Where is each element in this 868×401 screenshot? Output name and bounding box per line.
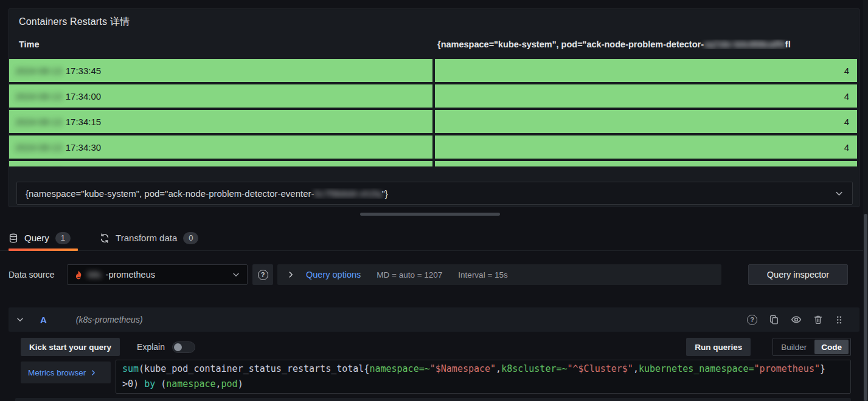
duplicate-query-button[interactable] [769, 315, 779, 325]
panel-title: Containers Restarts 详情 [19, 16, 130, 29]
restarts-value-cell: 4 [435, 110, 857, 133]
time-cell: 2024-08-1317:34:30 [9, 135, 432, 159]
code-line: sum(kube_pod_container_status_restarts_t… [122, 362, 844, 377]
question-circle-icon: ? [747, 315, 757, 325]
date-redacted: 2024-08-13 [15, 117, 62, 127]
datasource-label: Data source [9, 270, 54, 279]
prometheus-icon [74, 270, 83, 279]
drag-grip-icon[interactable] [835, 315, 844, 324]
run-queries-button[interactable]: Run queries [686, 338, 751, 356]
date-redacted: 2024-08-13 [15, 91, 62, 101]
series-header-prefix: {namespace="kube-system", pod="ack-node-… [437, 39, 704, 49]
options-section-edge [15, 398, 851, 401]
column-header-series[interactable]: {namespace="kube-system", pod="ack-node-… [437, 39, 859, 49]
builder-code-toggle: Builder Code [773, 338, 851, 356]
tab-transform-data[interactable]: Transform data 0 [100, 225, 206, 251]
interval-value: Interval = 15s [458, 270, 507, 279]
kick-start-query-button[interactable]: Kick start your query [21, 338, 120, 356]
editor-tabbar: Query 1 Transform data 0 [0, 225, 868, 251]
tab-transform-label: Transform data [116, 233, 177, 243]
query-options-label[interactable]: Query options [306, 270, 361, 279]
chevron-down-icon [835, 189, 844, 198]
table-header: Time {namespace="kube-system", pod="ack-… [9, 39, 859, 55]
explain-label: Explain [137, 342, 165, 352]
date-redacted: 2024-08-13 [15, 142, 62, 153]
explain-toggle[interactable] [172, 341, 195, 353]
tab-query-badge: 1 [55, 232, 71, 244]
date-redacted: 2024-08-13 [15, 66, 62, 76]
page-scrollbar-thumb[interactable] [864, 214, 867, 401]
query-help-button[interactable]: ? [747, 315, 757, 325]
database-icon [9, 233, 18, 243]
column-header-time[interactable]: Time [19, 39, 40, 49]
table-row: 2024-08-1317:33:454 [9, 59, 857, 82]
restarts-value-cell: 4 [435, 135, 857, 159]
query-options-section[interactable]: Query options MD = auto = 1207 Interval … [277, 264, 721, 285]
series-select-suffix: "} [381, 188, 387, 199]
collapse-chevron-icon[interactable] [16, 315, 24, 324]
table-row: 2024-08-1317:34:304 [9, 135, 857, 159]
datasource-name-redacted: k8s [88, 270, 102, 279]
series-header-suffix: fl [785, 39, 791, 49]
grafana-edit-page: Containers Restarts 详情 Time {namespace="… [0, 0, 868, 401]
tab-query[interactable]: Query 1 [9, 225, 78, 251]
time-value: 17:34:30 [66, 142, 101, 153]
series-select-dropdown[interactable]: {namespace="kube-system", pod="ack-node-… [16, 182, 853, 205]
query-ref-id: A [40, 315, 47, 325]
time-value: 17:34:15 [66, 117, 101, 127]
delete-query-button[interactable] [813, 315, 823, 324]
chevron-right-icon [90, 369, 97, 376]
restarts-value-cell: 4 [435, 59, 857, 82]
promql-code-editor[interactable]: sum(kube_pod_container_status_restarts_t… [116, 360, 851, 394]
editor-toolbar: Kick start your query Explain Run querie… [21, 338, 851, 356]
metrics-browser-label: Metrics browser [28, 368, 86, 377]
panel-resize-handle[interactable] [360, 213, 500, 216]
query-row-a: A (k8s-prometheus) ? [9, 307, 859, 332]
builder-option[interactable]: Builder [773, 338, 814, 355]
table-body: 2024-08-1317:33:4542024-08-1317:34:00420… [9, 59, 857, 166]
query-datasource-hint: (k8s-prometheus) [76, 315, 143, 324]
datasource-help-button[interactable]: ? [252, 264, 273, 285]
table-row: 2024-08-1317:34:454 [9, 161, 857, 166]
table-panel: Containers Restarts 详情 Time {namespace="… [9, 9, 859, 207]
metrics-browser-button[interactable]: Metrics browser [21, 362, 111, 383]
restarts-value-cell: 4 [435, 161, 857, 166]
time-cell: 2024-08-1317:34:15 [9, 110, 432, 133]
series-header-redacted: xq7zkr-b0c958caff4 [704, 39, 785, 49]
series-select-redacted: 5c7f9b8d4-xh2lq [314, 188, 382, 199]
time-value: 17:34:00 [66, 91, 101, 101]
tab-transform-badge: 0 [183, 232, 198, 244]
tab-query-label: Query [24, 233, 49, 243]
series-select-prefix: {namespace="kube-system", pod="ack-node-… [26, 188, 314, 199]
query-inspector-button[interactable]: Query inspector [748, 264, 848, 285]
query-inspector-label: Query inspector [767, 270, 829, 279]
max-data-points-value: MD = auto = 1207 [377, 270, 442, 279]
datasource-name: -prometheus [106, 270, 155, 279]
table-row: 2024-08-1317:34:004 [9, 84, 857, 108]
code-option[interactable]: Code [814, 340, 849, 354]
transform-icon [100, 233, 109, 243]
series-select-value: {namespace="kube-system", pod="ack-node-… [26, 188, 835, 199]
toggle-knob [174, 343, 182, 351]
table-row: 2024-08-1317:34:154 [9, 110, 857, 133]
chevron-right-icon [286, 270, 295, 279]
time-value: 17:33:45 [66, 66, 101, 76]
question-circle-icon: ? [258, 270, 268, 280]
code-line: >0) by (namespace,pod) [122, 377, 844, 392]
query-row-actions: ? [747, 314, 844, 325]
chevron-down-icon [232, 270, 240, 279]
time-cell: 2024-08-1317:34:45 [9, 161, 432, 166]
toggle-visibility-button[interactable] [791, 314, 802, 325]
datasource-picker[interactable]: k8s-prometheus [67, 264, 248, 285]
time-cell: 2024-08-1317:34:00 [9, 84, 432, 108]
time-cell: 2024-08-1317:33:45 [9, 59, 432, 82]
restarts-value-cell: 4 [435, 84, 857, 108]
